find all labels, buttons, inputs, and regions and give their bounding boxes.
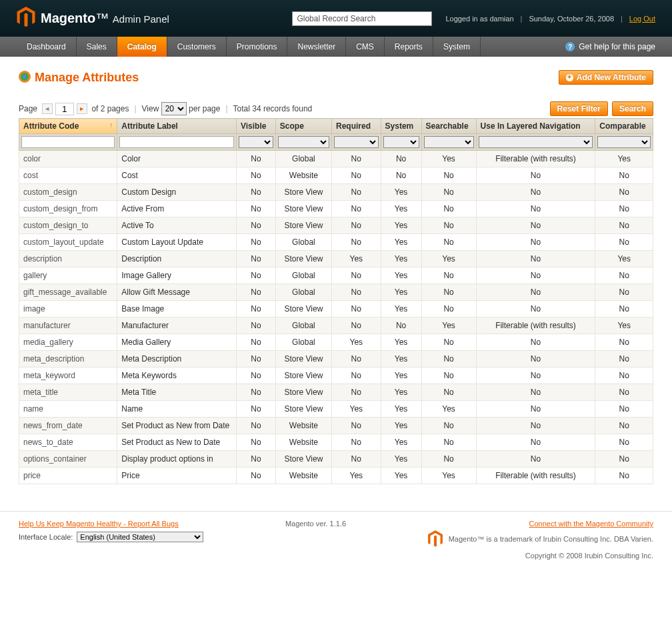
perpage-select[interactable]: 20 — [161, 102, 187, 115]
cell-system: Yes — [381, 451, 421, 468]
cell-visible: No — [236, 468, 275, 484]
plus-icon: + — [566, 74, 573, 81]
table-row[interactable]: custom_designCustom DesignNoStore ViewNo… — [19, 184, 653, 201]
global-search-input[interactable] — [292, 11, 432, 26]
cell-scope: Store View — [275, 351, 331, 368]
cell-system: Yes — [381, 401, 421, 418]
locale-select[interactable]: English (United States) — [77, 532, 203, 542]
cell-code: description — [19, 251, 117, 267]
col-header[interactable]: Attribute Label — [117, 119, 237, 134]
page-prev-button[interactable]: ◄ — [42, 103, 53, 114]
cell-system: No — [381, 151, 421, 167]
col-header[interactable]: Comparable — [595, 119, 653, 134]
add-attribute-button[interactable]: + Add New Attribute — [559, 70, 653, 85]
logo: Magento™ Admin Panel — [17, 7, 169, 30]
nav-item-cms[interactable]: CMS — [346, 37, 385, 57]
cell-searchable: No — [421, 301, 476, 318]
filter-select[interactable] — [479, 136, 593, 148]
cell-layered: No — [476, 384, 595, 401]
grid-toolbar: Page ◄ ► of 2 pages | View 20 per page |… — [19, 101, 653, 116]
col-header[interactable]: System — [381, 119, 421, 134]
table-row[interactable]: meta_descriptionMeta DescriptionNoStore … — [19, 351, 653, 368]
cell-scope: Global — [275, 284, 331, 301]
filter-select[interactable] — [424, 136, 474, 148]
table-row[interactable]: nameNameNoStore ViewYesYesYesNoNo — [19, 401, 653, 418]
table-row[interactable]: descriptionDescriptionNoStore ViewYesYes… — [19, 251, 653, 267]
col-header[interactable]: Searchable — [421, 119, 476, 134]
cell-searchable: No — [421, 418, 476, 434]
cell-required: No — [331, 201, 381, 217]
table-row[interactable]: colorColorNoGlobalNoNoYesFilterable (wit… — [19, 151, 653, 167]
cell-required: No — [331, 234, 381, 251]
table-row[interactable]: pricePriceNoWebsiteYesYesYesFilterable (… — [19, 468, 653, 484]
table-row[interactable]: custom_design_toActive ToNoStore ViewNoY… — [19, 217, 653, 234]
page-number-input[interactable] — [55, 103, 74, 115]
table-row[interactable]: meta_keywordMeta KeywordsNoStore ViewNoY… — [19, 368, 653, 384]
table-row[interactable]: meta_titleMeta TitleNoStore ViewNoYesNoN… — [19, 384, 653, 401]
table-row[interactable]: manufacturerManufacturerNoGlobalNoNoYesF… — [19, 318, 653, 334]
filter-select[interactable] — [383, 136, 419, 148]
table-row[interactable]: imageBase ImageNoStore ViewNoYesNoNoNo — [19, 301, 653, 318]
cell-visible: No — [236, 217, 275, 234]
cell-searchable: Yes — [421, 251, 476, 267]
cell-code: meta_keyword — [19, 368, 117, 384]
table-row[interactable]: galleryImage GalleryNoGlobalNoYesNoNoNo — [19, 267, 653, 284]
nav-item-promotions[interactable]: Promotions — [227, 37, 288, 57]
col-header[interactable]: Visible — [236, 119, 275, 134]
nav-item-system[interactable]: System — [433, 37, 481, 57]
nav-item-newsletter[interactable]: Newsletter — [287, 37, 346, 57]
nav-item-catalog[interactable]: Catalog — [117, 37, 167, 57]
page-next-button[interactable]: ► — [77, 103, 87, 114]
cell-layered: No — [476, 217, 595, 234]
filter-input[interactable] — [119, 136, 234, 148]
cell-comparable: No — [595, 384, 653, 401]
filter-select[interactable] — [334, 136, 379, 148]
cell-required: Yes — [331, 401, 381, 418]
attributes-icon — [19, 71, 31, 85]
table-row[interactable]: news_to_dateSet Product as New to DateNo… — [19, 434, 653, 451]
cell-scope: Global — [275, 334, 331, 351]
table-row[interactable]: gift_message_availableAllow Gift Message… — [19, 284, 653, 301]
cell-system: Yes — [381, 217, 421, 234]
nav-item-sales[interactable]: Sales — [77, 37, 117, 57]
cell-comparable: No — [595, 434, 653, 451]
col-header[interactable]: Required — [331, 119, 381, 134]
cell-layered: No — [476, 401, 595, 418]
filter-select[interactable] — [239, 136, 273, 148]
table-row[interactable]: custom_design_fromActive FromNoStore Vie… — [19, 201, 653, 217]
cell-code: custom_design — [19, 184, 117, 201]
table-row[interactable]: options_containerDisplay product options… — [19, 451, 653, 468]
cell-required: No — [331, 418, 381, 434]
help-link[interactable]: ? Get help for this page — [565, 37, 655, 57]
cell-visible: No — [236, 267, 275, 284]
cell-label: Allow Gift Message — [117, 284, 237, 301]
table-row[interactable]: news_from_dateSet Product as New from Da… — [19, 418, 653, 434]
search-button[interactable]: Search — [612, 101, 653, 116]
cell-visible: No — [236, 151, 275, 167]
table-row[interactable]: custom_layout_updateCustom Layout Update… — [19, 234, 653, 251]
col-header[interactable]: Scope — [275, 119, 331, 134]
community-link[interactable]: Connect with the Magento Community — [529, 520, 653, 528]
table-row[interactable]: media_galleryMedia GalleryNoGlobalYesYes… — [19, 334, 653, 351]
filter-select[interactable] — [597, 136, 651, 148]
reset-filter-button[interactable]: Reset Filter — [550, 101, 608, 116]
cell-searchable: No — [421, 184, 476, 201]
cell-required: No — [331, 451, 381, 468]
filter-input[interactable] — [21, 136, 115, 148]
cell-code: news_from_date — [19, 418, 117, 434]
cell-layered: No — [476, 234, 595, 251]
cell-visible: No — [236, 318, 275, 334]
cell-label: Image Gallery — [117, 267, 237, 284]
filter-select[interactable] — [278, 136, 329, 148]
cell-scope: Store View — [275, 184, 331, 201]
cell-searchable: No — [421, 334, 476, 351]
table-row[interactable]: costCostNoWebsiteNoNoNoNoNo — [19, 167, 653, 184]
col-header[interactable]: Attribute Code↑ — [19, 119, 117, 134]
col-header[interactable]: Use In Layered Navigation — [476, 119, 595, 134]
report-bugs-link[interactable]: Help Us Keep Magento Healthy - Report Al… — [19, 520, 179, 528]
nav-item-reports[interactable]: Reports — [385, 37, 433, 57]
nav-item-customers[interactable]: Customers — [167, 37, 227, 57]
cell-searchable: Yes — [421, 401, 476, 418]
logout-link[interactable]: Log Out — [629, 15, 655, 23]
nav-item-dashboard[interactable]: Dashboard — [17, 37, 77, 57]
